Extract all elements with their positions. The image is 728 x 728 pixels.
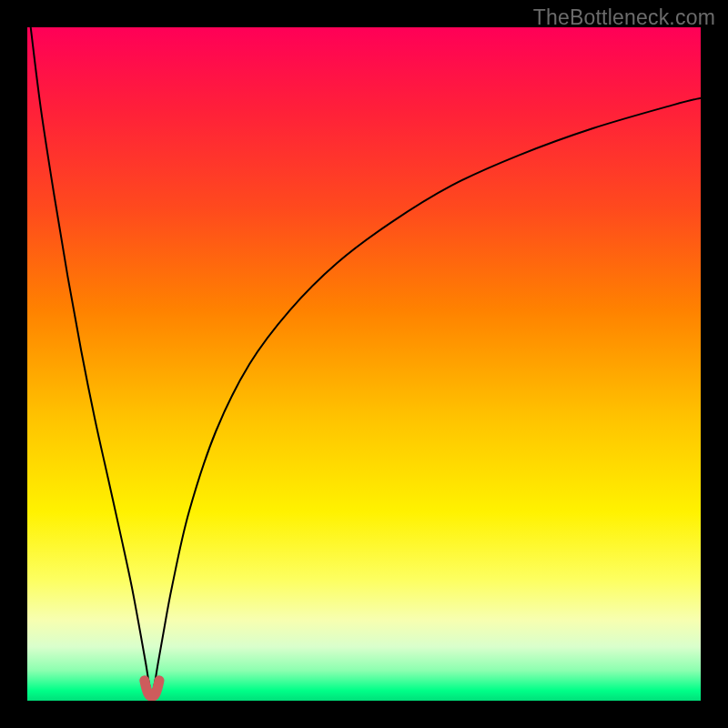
watermark-text: TheBottleneck.com — [533, 5, 715, 30]
chart-frame: TheBottleneck.com — [0, 0, 728, 728]
gradient-background — [27, 27, 701, 701]
chart-svg — [27, 27, 701, 701]
plot-area — [27, 27, 701, 701]
